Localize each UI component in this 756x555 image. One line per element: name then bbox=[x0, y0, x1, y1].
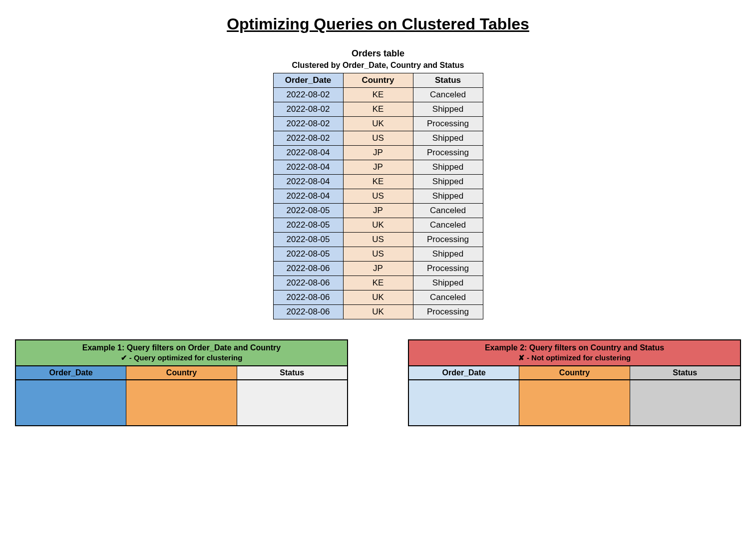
cell-date: 2022-08-05 bbox=[273, 218, 343, 233]
cell-status: Canceled bbox=[413, 204, 483, 218]
cell-date: 2022-08-02 bbox=[273, 117, 343, 131]
cell-country: KE bbox=[343, 175, 413, 189]
cell-date: 2022-08-06 bbox=[273, 262, 343, 276]
table-row: 2022-08-04JPShipped bbox=[273, 160, 483, 175]
cell-date: 2022-08-04 bbox=[273, 189, 343, 204]
cell-status: Canceled bbox=[413, 88, 483, 102]
cell-date: 2022-08-06 bbox=[273, 305, 343, 319]
orders-table-section: Orders table Clustered by Order_Date, Co… bbox=[15, 48, 741, 319]
table-row: 2022-08-02UKProcessing bbox=[273, 117, 483, 131]
example-2-body-date bbox=[409, 380, 519, 425]
cell-country: US bbox=[343, 247, 413, 262]
cell-status: Shipped bbox=[413, 102, 483, 117]
example-1-body-status bbox=[237, 380, 347, 425]
cell-country: KE bbox=[343, 102, 413, 117]
cell-status: Canceled bbox=[413, 218, 483, 233]
example-1-title: Example 1: Query filters on Order_Date a… bbox=[20, 343, 343, 352]
cell-date: 2022-08-02 bbox=[273, 88, 343, 102]
orders-table-subtitle: Clustered by Order_Date, Country and Sta… bbox=[292, 61, 464, 70]
example-1-body-country bbox=[126, 380, 237, 425]
example-1-col-status: Status bbox=[237, 366, 347, 379]
cell-status: Processing bbox=[413, 117, 483, 131]
example-2-body bbox=[409, 380, 740, 425]
cell-status: Shipped bbox=[413, 276, 483, 290]
cell-country: JP bbox=[343, 146, 413, 160]
examples-row: Example 1: Query filters on Order_Date a… bbox=[15, 339, 741, 426]
cell-date: 2022-08-02 bbox=[273, 131, 343, 146]
cell-status: Shipped bbox=[413, 247, 483, 262]
cell-date: 2022-08-02 bbox=[273, 102, 343, 117]
cell-status: Shipped bbox=[413, 131, 483, 146]
example-2-col-date: Order_Date bbox=[409, 366, 519, 379]
example-2-body-country bbox=[519, 380, 630, 425]
table-row: 2022-08-02KEShipped bbox=[273, 102, 483, 117]
example-1-body-date bbox=[16, 380, 126, 425]
example-1-body bbox=[16, 380, 347, 425]
table-row: 2022-08-04USShipped bbox=[273, 189, 483, 204]
cell-status: Processing bbox=[413, 233, 483, 247]
example-2-col-country: Country bbox=[519, 366, 630, 379]
cell-country: US bbox=[343, 189, 413, 204]
cell-country: JP bbox=[343, 262, 413, 276]
cell-date: 2022-08-06 bbox=[273, 290, 343, 305]
table-row: 2022-08-04KEShipped bbox=[273, 175, 483, 189]
table-row: 2022-08-06UKProcessing bbox=[273, 305, 483, 319]
orders-header-status: Status bbox=[413, 73, 483, 88]
table-row: 2022-08-06JPProcessing bbox=[273, 262, 483, 276]
cell-date: 2022-08-04 bbox=[273, 160, 343, 175]
example-2-col-status: Status bbox=[630, 366, 740, 379]
example-1-header: Example 1: Query filters on Order_Date a… bbox=[16, 340, 347, 366]
example-2-subtitle: ✘ - Not optimized for clustering bbox=[413, 353, 736, 362]
cell-status: Processing bbox=[413, 262, 483, 276]
cell-date: 2022-08-05 bbox=[273, 247, 343, 262]
cell-country: UK bbox=[343, 290, 413, 305]
cell-date: 2022-08-06 bbox=[273, 276, 343, 290]
cell-country: UK bbox=[343, 117, 413, 131]
cell-country: KE bbox=[343, 88, 413, 102]
cell-date: 2022-08-05 bbox=[273, 233, 343, 247]
orders-header-country: Country bbox=[343, 73, 413, 88]
example-2: Example 2: Query filters on Country and … bbox=[408, 339, 741, 426]
table-row: 2022-08-02KECanceled bbox=[273, 88, 483, 102]
table-row: 2022-08-05JPCanceled bbox=[273, 204, 483, 218]
table-row: 2022-08-05UKCanceled bbox=[273, 218, 483, 233]
cell-country: UK bbox=[343, 305, 413, 319]
orders-header-date: Order_Date bbox=[273, 73, 343, 88]
cell-country: US bbox=[343, 131, 413, 146]
table-row: 2022-08-06UKCanceled bbox=[273, 290, 483, 305]
cell-status: Processing bbox=[413, 146, 483, 160]
example-2-columns: Order_Date Country Status bbox=[409, 366, 740, 380]
cell-status: Shipped bbox=[413, 160, 483, 175]
cell-status: Canceled bbox=[413, 290, 483, 305]
cell-status: Shipped bbox=[413, 175, 483, 189]
cell-date: 2022-08-04 bbox=[273, 146, 343, 160]
example-2-title: Example 2: Query filters on Country and … bbox=[413, 343, 736, 352]
cell-country: US bbox=[343, 233, 413, 247]
table-row: 2022-08-04JPProcessing bbox=[273, 146, 483, 160]
example-2-header: Example 2: Query filters on Country and … bbox=[409, 340, 740, 366]
cell-date: 2022-08-04 bbox=[273, 175, 343, 189]
cell-country: JP bbox=[343, 160, 413, 175]
example-2-body-status bbox=[630, 380, 740, 425]
cell-status: Processing bbox=[413, 305, 483, 319]
table-row: 2022-08-05USProcessing bbox=[273, 233, 483, 247]
orders-table: Order_Date Country Status 2022-08-02KECa… bbox=[273, 73, 483, 319]
table-row: 2022-08-05USShipped bbox=[273, 247, 483, 262]
cell-date: 2022-08-05 bbox=[273, 204, 343, 218]
page-title: Optimizing Queries on Clustered Tables bbox=[15, 15, 741, 33]
example-1-subtitle: ✔ - Query optimized for clustering bbox=[20, 353, 343, 362]
example-1: Example 1: Query filters on Order_Date a… bbox=[15, 339, 348, 426]
cell-country: KE bbox=[343, 276, 413, 290]
cell-country: UK bbox=[343, 218, 413, 233]
table-row: 2022-08-02USShipped bbox=[273, 131, 483, 146]
example-1-columns: Order_Date Country Status bbox=[16, 366, 347, 380]
cell-country: JP bbox=[343, 204, 413, 218]
example-1-col-date: Order_Date bbox=[16, 366, 126, 379]
orders-table-title: Orders table bbox=[352, 48, 404, 59]
example-1-col-country: Country bbox=[126, 366, 237, 379]
table-row: 2022-08-06KEShipped bbox=[273, 276, 483, 290]
cell-status: Shipped bbox=[413, 189, 483, 204]
